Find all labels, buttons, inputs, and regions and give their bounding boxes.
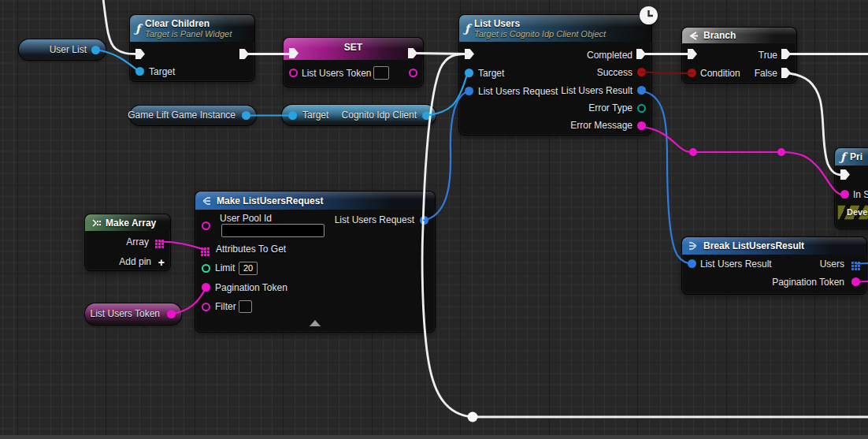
node-game-lift-game-instance[interactable]: Game Lift Game Instance bbox=[130, 106, 256, 125]
pin-label: Users bbox=[820, 259, 844, 270]
pin-label: Error Type bbox=[588, 102, 632, 113]
collapse-node-button[interactable] bbox=[310, 320, 321, 326]
redacted-value bbox=[223, 225, 323, 236]
pin-label: Success bbox=[597, 67, 632, 78]
pin-label: Target bbox=[478, 68, 504, 79]
pin-label: List Users Result bbox=[561, 85, 632, 96]
pagination-token-pin[interactable] bbox=[202, 283, 210, 292]
break-struct-icon bbox=[688, 241, 699, 251]
node-branch[interactable]: Branch Condition True False bbox=[682, 28, 796, 83]
list-users-token-in-pin[interactable] bbox=[289, 69, 298, 77]
pin-label: Pagination Token bbox=[215, 282, 287, 293]
filter-pin[interactable] bbox=[202, 303, 210, 311]
pin-label: Target bbox=[149, 66, 175, 77]
blueprint-graph-canvas[interactable]: User List ƒ Clear Children Target is Pan… bbox=[0, 0, 868, 439]
node-title: Make ListUsersRequest bbox=[217, 195, 323, 206]
pin-label: True bbox=[759, 50, 777, 61]
add-pin-label: Add pin bbox=[119, 256, 151, 267]
node-title-bar[interactable]: Branch bbox=[682, 28, 796, 43]
node-make-list-users-request[interactable]: Make ListUsersRequest User Pool Id List … bbox=[195, 192, 435, 332]
user-pool-id-pin[interactable] bbox=[202, 221, 210, 230]
limit-pin[interactable] bbox=[202, 264, 210, 273]
node-print-string[interactable]: ƒ Pri In S Devel bbox=[835, 148, 868, 229]
list-users-token-out-pin[interactable] bbox=[409, 69, 417, 77]
node-subtitle: Target is Panel Widget bbox=[145, 29, 232, 39]
node-get-cognito-idp-client[interactable]: Target Cognito Idp Client bbox=[282, 105, 436, 125]
node-break-list-users-result[interactable]: Break ListUsersResult List Users Result … bbox=[682, 237, 866, 294]
node-title-bar[interactable]: Make ListUsersRequest bbox=[195, 192, 435, 210]
pin-label: Attributes To Get bbox=[216, 244, 286, 255]
make-struct-icon bbox=[201, 196, 212, 206]
output-label: List Users Request bbox=[335, 214, 414, 225]
user-pool-id-input[interactable] bbox=[221, 224, 325, 237]
node-clear-children[interactable]: ƒ Clear Children Target is Panel Widget … bbox=[130, 15, 254, 81]
wire-pagination-out[interactable] bbox=[859, 281, 868, 282]
development-only-banner: Devel bbox=[837, 205, 868, 220]
pin-label: List Users Token bbox=[302, 68, 371, 79]
node-title: Pri bbox=[850, 151, 862, 162]
latent-clock-icon bbox=[640, 6, 658, 24]
variable-label: User List bbox=[50, 44, 87, 55]
node-title: SET bbox=[284, 42, 423, 53]
output-label: Cognito Idp Client bbox=[342, 110, 417, 121]
node-title: Make Array bbox=[106, 218, 156, 229]
node-user-list-variable[interactable]: User List bbox=[19, 39, 106, 60]
wire-users-out[interactable] bbox=[857, 263, 868, 264]
pin-label: Pagination Token bbox=[772, 277, 844, 288]
variable-label: List Users Token bbox=[91, 308, 160, 319]
pin-label: False bbox=[755, 68, 777, 79]
node-list-users[interactable]: ƒ List Users Target is Cognito Idp Clien… bbox=[459, 15, 651, 135]
pin-label: In S bbox=[853, 189, 868, 200]
pin-label: Completed bbox=[587, 50, 632, 61]
add-pin-button[interactable]: + bbox=[158, 259, 165, 266]
node-title: Clear Children bbox=[145, 18, 232, 29]
pin-label: Target bbox=[302, 110, 328, 121]
viewport-edge bbox=[0, 435, 868, 439]
error-type-pin[interactable] bbox=[637, 104, 646, 113]
node-make-array[interactable]: Make Array Array Add pin + bbox=[85, 214, 170, 270]
node-subtitle: Target is Cognito Idp Client Object bbox=[474, 29, 606, 39]
pin-label: Limit bbox=[215, 262, 235, 273]
node-title: List Users bbox=[474, 18, 606, 29]
pin-label: List Users Result bbox=[700, 259, 772, 270]
node-title-bar[interactable]: ƒ Clear Children Target is Panel Widget bbox=[130, 15, 254, 42]
limit-input[interactable]: 20 bbox=[239, 262, 258, 275]
pin-label: User Pool Id bbox=[220, 213, 272, 224]
branch-icon bbox=[688, 31, 699, 41]
node-title-bar[interactable]: Make Array bbox=[85, 214, 170, 231]
node-title-bar[interactable]: ƒ List Users Target is Cognito Idp Clien… bbox=[459, 15, 651, 42]
function-icon: ƒ bbox=[135, 23, 140, 34]
variable-label: Game Lift Game Instance bbox=[128, 110, 236, 121]
token-value-input[interactable] bbox=[373, 66, 389, 80]
node-title: Break ListUsersResult bbox=[703, 240, 804, 251]
wire-error-message-print[interactable] bbox=[641, 127, 844, 195]
pin-label: Array bbox=[126, 236, 149, 247]
pin-label: List Users Request bbox=[478, 86, 558, 97]
make-array-icon bbox=[91, 218, 101, 228]
filter-input[interactable] bbox=[239, 300, 252, 313]
banner-label: Devel bbox=[837, 207, 868, 217]
pin-label: Condition bbox=[700, 68, 740, 79]
node-list-users-token-variable[interactable]: List Users Token bbox=[85, 303, 181, 325]
node-title-bar[interactable]: ƒ Pri bbox=[835, 148, 868, 166]
node-title: Branch bbox=[703, 30, 736, 41]
node-set-list-users-token[interactable]: SET List Users Token bbox=[284, 38, 423, 87]
pin-label: Filter bbox=[215, 301, 236, 312]
pin-label: Error Message bbox=[570, 120, 632, 131]
function-icon: ƒ bbox=[465, 23, 469, 34]
function-icon: ƒ bbox=[840, 151, 845, 162]
node-title-bar[interactable]: Break ListUsersResult bbox=[682, 237, 866, 255]
